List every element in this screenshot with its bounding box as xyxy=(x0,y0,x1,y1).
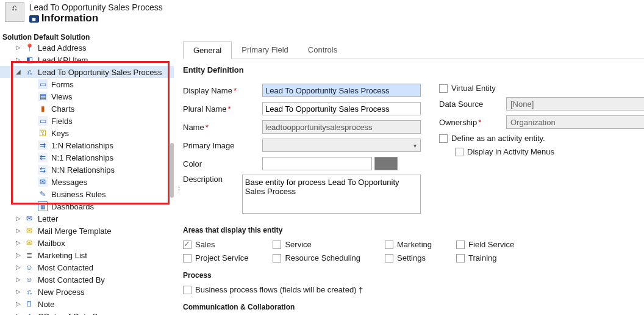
tree-item[interactable]: ▷✉Mail Merge Template xyxy=(0,225,174,237)
input-display-name[interactable] xyxy=(262,84,421,97)
entity-icon: ◧ xyxy=(24,55,34,65)
expand-icon[interactable]: ▷ xyxy=(15,239,22,247)
rules-icon: ✎ xyxy=(38,189,48,199)
section-communication: Communication & Collaboration xyxy=(183,303,644,311)
entity-icon: ☺ xyxy=(24,275,34,284)
label-display-name: Display Name xyxy=(183,86,262,95)
checkbox-virtual-entity[interactable] xyxy=(439,84,448,93)
page-title: ■Information xyxy=(29,12,163,24)
tree-item[interactable]: ▷◆OData v4 Data Source xyxy=(0,310,174,315)
section-areas: Areas that display this entity xyxy=(183,226,644,234)
expand-icon[interactable]: ▷ xyxy=(15,276,22,283)
select-ownership[interactable]: Organization▾ xyxy=(506,115,644,129)
entity-icon: ☺ xyxy=(24,262,34,272)
tree-item[interactable]: ▷🗒Note xyxy=(0,298,174,310)
expand-icon[interactable]: ▷ xyxy=(15,313,22,315)
views-icon: ▤ xyxy=(38,92,48,101)
collapse-icon[interactable]: ◢ xyxy=(15,68,22,76)
input-color[interactable] xyxy=(262,157,372,170)
input-name xyxy=(262,120,421,134)
solution-tree[interactable]: ▷📍Lead Address ▷◧Lead KPI Item ◢⎌Lead To… xyxy=(0,39,174,315)
checkbox-area-training[interactable] xyxy=(456,254,465,262)
entity-icon: ◆ xyxy=(24,311,34,315)
tree-item[interactable]: ▷☺Most Contacted xyxy=(0,261,174,273)
tree-child-rel-n1[interactable]: ⇇N:1 Relationships xyxy=(0,151,174,164)
tab-general[interactable]: General xyxy=(183,42,232,59)
label-plural-name: Plural Name xyxy=(183,104,262,114)
input-plural-name[interactable] xyxy=(262,102,421,115)
splitter-handle[interactable]: ⋮⋮ xyxy=(176,187,182,191)
breadcrumb: Lead To Opportunity Sales Process xyxy=(29,2,163,12)
entity-icon: ✉ xyxy=(24,226,34,236)
select-data-source[interactable]: [None]▾ xyxy=(506,97,644,110)
section-entity-definition: Entity Definition xyxy=(183,65,644,74)
expand-icon[interactable]: ▷ xyxy=(15,215,22,222)
entity-icon: ≣ xyxy=(24,250,34,260)
rel-icon: ⇆ xyxy=(38,165,48,175)
entity-icon: ⎌ xyxy=(24,287,34,297)
rel-icon: ⇇ xyxy=(38,153,48,162)
chevron-down-icon: ▾ xyxy=(413,142,417,149)
label-ownership: Ownership xyxy=(439,118,506,127)
entity-icon: ✉ xyxy=(24,214,34,223)
keys-icon: ⚿ xyxy=(38,128,48,138)
expand-icon[interactable]: ▷ xyxy=(15,227,22,234)
tab-controls[interactable]: Controls xyxy=(298,42,347,59)
tree-child-fields[interactable]: ▭Fields xyxy=(0,115,174,127)
textarea-description[interactable] xyxy=(242,175,421,214)
entity-icon: 🗒 xyxy=(24,299,34,309)
tab-primary-field[interactable]: Primary Field xyxy=(232,42,298,59)
expand-icon[interactable]: ▷ xyxy=(15,288,22,295)
tree-item-selected[interactable]: ◢⎌Lead To Opportunity Sales Process xyxy=(0,66,174,78)
expand-icon[interactable]: ▷ xyxy=(15,56,22,63)
label-primary-image: Primary Image xyxy=(183,141,262,150)
expand-icon[interactable]: ▷ xyxy=(15,300,22,308)
label-description: Description xyxy=(183,175,242,184)
rel-icon: ⇉ xyxy=(38,140,48,150)
fields-icon: ▭ xyxy=(38,116,48,126)
tree-child-views[interactable]: ▤Views xyxy=(0,90,174,103)
charts-icon: ▮ xyxy=(38,104,48,114)
tree-child-keys[interactable]: ⚿Keys xyxy=(0,127,174,139)
label-define-activity: Define as an activity entity. xyxy=(451,134,545,143)
label-bpf: Business process flows (fields will be c… xyxy=(195,285,363,294)
tree-child-rel-nn[interactable]: ⇆N:N Relationships xyxy=(0,164,174,176)
color-swatch[interactable] xyxy=(374,157,398,170)
checkbox-define-activity[interactable] xyxy=(439,134,448,143)
forms-icon: ▭ xyxy=(38,79,48,89)
tree-item[interactable]: ▷✉Letter xyxy=(0,212,174,225)
checkbox-area-sales[interactable] xyxy=(183,241,191,249)
label-display-activity: Display in Activity Menus xyxy=(467,147,554,156)
messages-icon: ✉ xyxy=(38,177,48,187)
checkbox-area-resource-scheduling[interactable] xyxy=(273,254,281,262)
entity-header-icon: ⎌ xyxy=(5,2,24,22)
expand-icon[interactable]: ▷ xyxy=(15,252,22,259)
tree-item[interactable]: ▷⎌New Process xyxy=(0,286,174,298)
tree-child-forms[interactable]: ▭Forms xyxy=(0,78,174,90)
select-primary-image[interactable]: ▾ xyxy=(262,139,421,152)
scrollbar-thumb[interactable] xyxy=(170,143,174,198)
checkbox-bpf[interactable] xyxy=(183,286,191,294)
tree-child-messages[interactable]: ✉Messages xyxy=(0,176,174,188)
tree-item[interactable]: ▷☺Most Contacted By xyxy=(0,273,174,286)
tree-item[interactable]: ▷✉Mailbox xyxy=(0,237,174,249)
checkbox-area-field-service[interactable] xyxy=(456,241,465,249)
checkbox-area-settings[interactable] xyxy=(385,254,393,262)
tree-child-rel-1n[interactable]: ⇉1:N Relationships xyxy=(0,139,174,151)
checkbox-area-service[interactable] xyxy=(273,241,281,249)
expand-icon[interactable]: ▷ xyxy=(15,44,22,51)
tree-item[interactable]: ▷◧Lead KPI Item xyxy=(0,54,174,66)
tree-item[interactable]: ▷📍Lead Address xyxy=(0,42,174,54)
tree-child-dashboards[interactable]: ▦Dashboards xyxy=(0,200,174,212)
entity-icon: ⎌ xyxy=(24,67,34,77)
checkbox-display-activity[interactable] xyxy=(455,148,463,156)
checkbox-area-marketing[interactable] xyxy=(385,241,393,249)
tree-child-business-rules[interactable]: ✎Business Rules xyxy=(0,188,174,200)
expand-icon[interactable]: ▷ xyxy=(15,264,22,271)
tree-item[interactable]: ▷≣Marketing List xyxy=(0,249,174,261)
label-virtual-entity: Virtual Entity xyxy=(451,84,496,93)
entity-icon: ✉ xyxy=(24,238,34,248)
checkbox-area-project-service[interactable] xyxy=(183,254,191,262)
section-process: Process xyxy=(183,271,644,280)
tree-child-charts[interactable]: ▮Charts xyxy=(0,103,174,115)
